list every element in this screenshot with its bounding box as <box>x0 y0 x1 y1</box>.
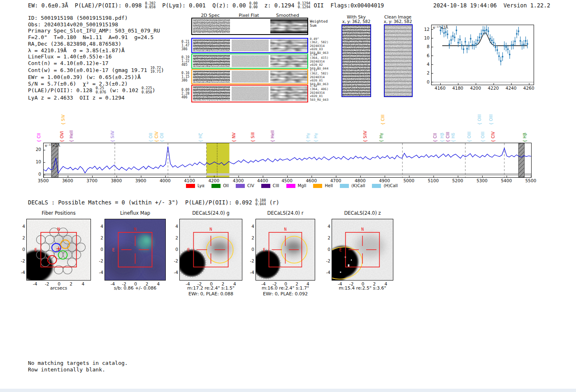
cutout-ytick-label: 4 <box>323 224 330 229</box>
decals-g-plot: N E -4-4-2-2002244 <box>179 219 242 281</box>
emission-line-label: { Hγ <box>314 133 318 142</box>
legend-label: OII <box>223 183 229 188</box>
mainspec-ytick-label: 20 <box>31 147 41 152</box>
cutout-ytick-label: 4 <box>247 224 254 229</box>
emission-line-legend: LyαOIICIVCIIIMgIIHeII(K)CaII(H)CaII <box>186 183 398 188</box>
spec2d-weighted-sum-label: WeightedSum <box>310 19 327 28</box>
legend-label: MgII <box>298 183 307 188</box>
detection-highlight-band <box>207 143 230 177</box>
sup-sub-value: 0.2020.058 <box>145 2 156 9</box>
info-line: P(LAE)/P(OII): 0.128 0.250.076 (w: 0.102… <box>28 87 164 94</box>
smoothed-image <box>270 86 307 101</box>
spec2d-image <box>193 19 230 33</box>
legend-label: (H)CaII <box>383 183 397 188</box>
mainspec-xtick-label: 3700 <box>86 178 98 183</box>
info-line: F=2.0" T=0.180 N=1.11 A=0.91 g=24.5 <box>28 34 164 41</box>
north-label: N <box>209 227 212 232</box>
header-datetime: 2024-10-18 19:44:06 Version 1.22.2 <box>433 2 550 9</box>
emission-line-label: { SiIV <box>110 131 115 142</box>
emission-line-label: { CIV <box>154 132 159 142</box>
with-sky-coords: x, y: 362, 582 <box>342 19 371 24</box>
emission-line-label: { SiV <box>61 114 66 125</box>
cutout-ytick-label: -4 <box>171 270 178 275</box>
smoothed-image <box>270 71 307 83</box>
spec2d-image <box>193 71 230 83</box>
decals-r-plot: N E -4-4-2-2002244 <box>255 219 315 281</box>
lineflux-map-plot: N E -4-4-2-2002244 <box>105 219 166 281</box>
cutout-ytick-label: 0 <box>323 247 330 252</box>
cutout-ytick-label: -2 <box>96 258 103 263</box>
cutout-ytick-label: 2 <box>247 235 254 240</box>
mainspec-xtick-label: 5000 <box>403 178 414 183</box>
mainspec-xtick-label: 3900 <box>135 178 146 183</box>
inset-ytick-label: 12 <box>420 27 430 32</box>
emission-line-label: { Hδ <box>451 133 456 142</box>
info-line: RA,Dec (236.823898,48.876583) <box>28 41 164 47</box>
spec2d-row-weights: 0.211.47386 <box>181 40 189 51</box>
sup-sub-value: 0.12940.1294 <box>298 2 311 9</box>
mainspec-xtick-label: 5100 <box>428 178 439 183</box>
spec2d-image <box>193 39 230 51</box>
legend-item: (H)CaII <box>372 183 397 188</box>
spec2d-row <box>191 69 308 84</box>
cutout-ytick-label: 2 <box>323 235 330 240</box>
mainspec-xtick-label: 4800 <box>355 178 366 183</box>
legend-swatch <box>340 184 349 188</box>
emission-line-label: { HeII <box>270 130 275 142</box>
legend-label: CIV <box>247 183 254 188</box>
smoothed-image <box>270 19 307 33</box>
mainspec-xtick-label: 4100 <box>184 178 195 183</box>
cutout-ytick-label: 2 <box>96 235 103 240</box>
smoothed-image <box>270 55 307 67</box>
info-line: Obs: 20240314v020_5001915198 <box>28 21 164 28</box>
spec2d-row-weights: 0.161.15386 <box>181 71 189 83</box>
pixel-flat-image <box>232 86 269 101</box>
inset-ytick-label: 8 <box>420 44 430 49</box>
mainspec-xtick-label: 5400 <box>501 178 512 183</box>
emission-line-label: { HeII <box>69 130 74 142</box>
cutout-ytick-label: 2 <box>18 235 25 240</box>
legend-swatch <box>211 184 221 188</box>
mainspec-xtick-label: 4900 <box>379 178 390 183</box>
inset-ytick-label: 10 <box>420 35 430 40</box>
decals-r-caption2: EWr: 0, PLAE: 0.092 <box>247 291 323 297</box>
sup-sub-value: 0.2250.058 <box>142 86 152 94</box>
info-line: EWr = 1.00(±0.39) (w: 0.65(±0.25))Å <box>28 74 164 81</box>
cutout-ytick-label: -2 <box>247 258 254 263</box>
pixel-flat-image <box>232 19 269 33</box>
mainspec-xtick-label: 4400 <box>257 178 268 183</box>
fiber-positions-plot: N E -4-4-2-2002244 <box>26 219 91 281</box>
spec2d-row <box>191 18 308 35</box>
inset-xtick-label: 4200 <box>470 86 481 90</box>
cutout-ytick-label: -4 <box>18 270 25 275</box>
emission-line-label: { OIII <box>467 132 472 142</box>
mainspec-xtick-label: 4300 <box>233 178 244 183</box>
cutout-ytick-label: 4 <box>18 224 25 229</box>
legend-item: CIV <box>236 183 254 188</box>
spec2d-row-fiber-info: 1.42"(364, 406)20240314v020_01503_RU_043 <box>310 84 328 102</box>
decals-g-caption2: EWr: 0, PLAE: 0.088 <box>171 291 251 297</box>
mainspec-xtick-label: 4200 <box>208 178 219 183</box>
spec2d-image <box>193 86 230 101</box>
line-fit-inset-plot <box>431 25 534 85</box>
inset-xtick-label: 4240 <box>506 86 517 90</box>
detection-info-block: ID: 5001915198 (5001915198.pdf)Obs: 2024… <box>28 15 164 101</box>
info-line: λ = 4210.19Å σ = 3.85(±1.87)Å <box>28 47 164 54</box>
with-sky-image <box>341 24 371 97</box>
lineflux-map-title: Lineflux Map <box>105 210 166 216</box>
mainspec-xtick-label: 4000 <box>160 178 171 183</box>
sup-sub-value: 19.7219.71 <box>150 66 161 74</box>
decals-z-title: DECaLS(24.0) z <box>332 210 393 216</box>
sup-sub-value: 0.250.076 <box>95 86 106 94</box>
footer-notes: No matching targets in catalog.Row inten… <box>28 360 128 373</box>
decals-r-caption1: m:16.0 re:2.4" s:1.7" <box>247 285 323 291</box>
spec2d-row-fiber-info: 0.49"(362, 582)20240314v020_03503_RU_063 <box>310 37 328 55</box>
elixer-report-page: EW: 0.6±0.3Å P(LAE)/P(OII): 0.098 0.2020… <box>0 0 576 392</box>
legend-item: HeII <box>313 183 333 188</box>
legend-label: Lyα <box>197 183 204 188</box>
emission-line-label: { Hβ <box>440 133 445 142</box>
pixel-flat-image <box>232 55 269 67</box>
info-line: ID: 5001915198 (5001915198.pdf) <box>28 15 164 21</box>
north-label: N <box>57 227 60 232</box>
inset-xtick-label: 4160 <box>434 86 446 90</box>
